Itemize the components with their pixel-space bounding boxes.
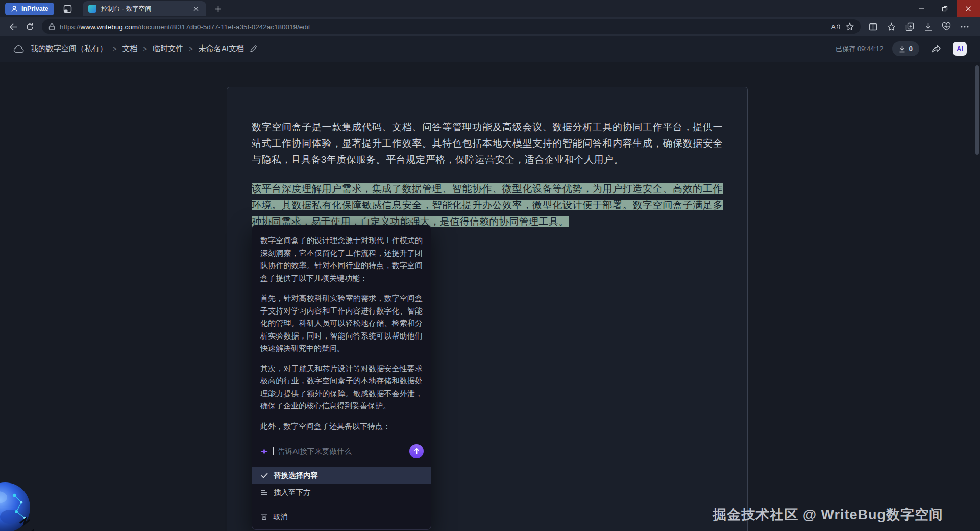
menu-item-insert-below[interactable]: 插入至下方 — [252, 484, 431, 501]
inprivate-label: InPrivate — [21, 5, 48, 12]
browser-titlebar: InPrivate 控制台 - 数字空间 — [0, 0, 980, 17]
breadcrumb-separator: > — [189, 45, 193, 53]
menu-item-cancel[interactable]: 取消 — [252, 508, 431, 526]
ai-prompt-input[interactable]: 告诉AI接下来要做什么 — [252, 442, 431, 465]
menu-item-label: 替换选择内容 — [274, 471, 318, 480]
ai-assistant-popup: 数字空间盒子的设计理念源于对现代工作模式的深刻洞察，它不仅简化了工作流程，还提升… — [252, 225, 431, 530]
menu-item-label: 取消 — [273, 512, 288, 522]
writebug-sphere-logo[interactable] — [0, 471, 55, 531]
browser-toolbar: https://www.writebug.com/document/8f317d… — [0, 17, 980, 36]
tab-title: 控制台 - 数字空间 — [101, 5, 187, 13]
back-icon[interactable] — [5, 19, 21, 34]
breadcrumb-separator: > — [143, 45, 148, 53]
breadcrumb-item-docs[interactable]: 文档 — [122, 44, 138, 54]
url-path: /document/8f317db0-5d77-11ef-a35f-0242ac… — [138, 23, 310, 31]
tab-close-icon[interactable] — [191, 4, 201, 13]
send-prompt-button[interactable] — [409, 444, 424, 458]
browser-essentials-icon[interactable] — [938, 19, 954, 34]
breadcrumb-item-current-doc[interactable]: 未命名AI文档 — [199, 44, 244, 54]
editor-canvas: 数字空间盒子是一款集成代码、文档、问答等管理功能及高级会议、数据分析工具的协同工… — [0, 62, 980, 531]
breadcrumb: 我的数字空间（私有） > 文档 > 临时文件 > 未命名AI文档 — [31, 44, 257, 54]
rename-pencil-icon[interactable] — [250, 45, 257, 53]
workspaces-icon[interactable] — [60, 2, 76, 15]
favorites-icon[interactable] — [883, 19, 899, 34]
menu-divider — [252, 504, 431, 504]
download-count-button[interactable]: 0 — [892, 41, 919, 56]
community-watermark: 掘金技术社区 @ WriteBug数字空间 — [713, 505, 943, 524]
profile-icon — [11, 5, 18, 12]
ai-badge-label: AI — [957, 45, 963, 53]
insert-below-icon — [261, 490, 268, 496]
collections-icon[interactable] — [901, 19, 918, 34]
text-caret — [273, 447, 274, 455]
window-close-button[interactable] — [957, 0, 980, 17]
document-paragraph[interactable]: 数字空间盒子是一款集成代码、文档、问答等管理功能及高级会议、数据分析工具的协同工… — [252, 119, 723, 168]
sparkle-icon — [260, 448, 268, 455]
window-minimize-button[interactable] — [910, 0, 933, 17]
document-paragraph-selected[interactable]: 该平台深度理解用户需求，集成了数据管理、智能协作、微型化设备等优势，为用户打造安… — [252, 181, 723, 230]
app-header: 我的数字空间（私有） > 文档 > 临时文件 > 未命名AI文档 已保存 09:… — [0, 36, 980, 62]
url-scheme: https:// — [60, 23, 81, 31]
browser-tab[interactable]: 控制台 - 数字空间 — [83, 1, 206, 16]
menu-item-label: 插入至下方 — [274, 488, 311, 497]
site-lock-icon[interactable] — [48, 23, 55, 30]
ai-assistant-button[interactable]: AI — [953, 42, 967, 56]
menu-item-replace-selection[interactable]: 替换选择内容 — [252, 467, 431, 484]
breadcrumb-separator: > — [113, 45, 117, 53]
url-host: www.writebug.com — [81, 23, 138, 31]
saved-status: 已保存 09:44:12 — [836, 44, 883, 54]
selected-text[interactable]: 该平台深度理解用户需求，集成了数据管理、智能协作、微型化设备等优势，为用户打造安… — [252, 183, 723, 227]
ai-generated-paragraph: 此外，数字空间盒子还具备以下特点： — [260, 420, 423, 433]
more-menu-icon[interactable] — [957, 19, 973, 34]
breadcrumb-item-space[interactable]: 我的数字空间（私有） — [31, 44, 107, 54]
split-screen-icon[interactable] — [865, 19, 881, 34]
ai-action-menu: 替换选择内容 插入至下方 取消 — [252, 465, 431, 529]
read-aloud-icon[interactable]: A — [831, 23, 841, 30]
trash-icon — [261, 513, 267, 520]
check-icon — [261, 473, 268, 478]
download-count: 0 — [909, 45, 913, 53]
inprivate-badge[interactable]: InPrivate — [5, 3, 54, 15]
window-restore-button[interactable] — [933, 0, 957, 17]
address-bar[interactable]: https://www.writebug.com/document/8f317d… — [42, 19, 861, 34]
tab-favicon — [88, 5, 96, 13]
scrollbar-thumb[interactable] — [975, 65, 979, 155]
breadcrumb-item-temp[interactable]: 临时文件 — [153, 44, 183, 54]
cloud-icon — [13, 45, 24, 53]
add-favorite-star-icon[interactable] — [846, 22, 854, 31]
ai-input-placeholder: 告诉AI接下来要做什么 — [278, 447, 405, 456]
ai-generated-paragraph: 其次，对于航天和芯片设计等对数据安全性要求极高的行业，数字空间盒子的本地存储和数… — [260, 363, 423, 413]
svg-text:A: A — [831, 23, 836, 30]
refresh-icon[interactable] — [21, 19, 38, 34]
url-text[interactable]: https://www.writebug.com/document/8f317d… — [60, 23, 827, 31]
downloads-icon[interactable] — [920, 19, 936, 34]
ai-generated-paragraph: 数字空间盒子的设计理念源于对现代工作模式的深刻洞察，它不仅简化了工作流程，还提升… — [260, 234, 423, 284]
share-icon[interactable] — [928, 41, 944, 57]
ai-generated-paragraph: 首先，针对高校科研实验室的需求，数字空间盒子支持对学习内容和工作内容进行数字化、… — [260, 292, 423, 355]
new-tab-button[interactable] — [211, 2, 226, 15]
